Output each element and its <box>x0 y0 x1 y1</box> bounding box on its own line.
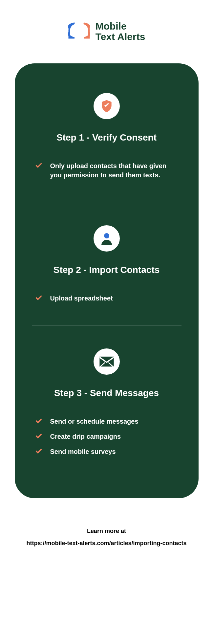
item-text: Send or schedule messages <box>50 417 138 426</box>
list-item: Send or schedule messages <box>32 417 181 426</box>
svg-point-0 <box>104 233 109 238</box>
list-item: Only upload contacts that have given you… <box>32 161 181 180</box>
list-item: Create drip campaigns <box>32 432 181 441</box>
logo-text: Mobile Text Alerts <box>96 21 145 42</box>
footer: Learn more at https://mobile-text-alerts… <box>26 528 186 547</box>
item-text: Upload spreadsheet <box>50 294 113 303</box>
step-title: Step 3 - Send Messages <box>54 388 159 398</box>
divider <box>32 325 181 325</box>
steps-card: Step 1 - Verify Consent Only upload cont… <box>15 63 199 498</box>
check-icon <box>34 417 43 426</box>
list-item: Send mobile surveys <box>32 447 181 456</box>
step-title: Step 2 - Import Contacts <box>53 265 160 275</box>
step-title: Step 1 - Verify Consent <box>56 132 157 143</box>
item-text: Send mobile surveys <box>50 447 116 456</box>
step-1: Step 1 - Verify Consent Only upload cont… <box>32 93 181 186</box>
check-icon <box>34 294 43 303</box>
check-icon <box>34 162 43 170</box>
step-2: Step 2 - Import Contacts Upload spreadsh… <box>32 225 181 309</box>
check-icon <box>34 448 43 456</box>
logo-icon <box>68 22 90 41</box>
item-text: Create drip campaigns <box>50 432 121 441</box>
footer-url: https://mobile-text-alerts.com/articles/… <box>26 540 186 547</box>
shield-icon <box>94 93 120 119</box>
divider <box>32 202 181 202</box>
footer-label: Learn more at <box>26 528 186 535</box>
logo: Mobile Text Alerts <box>68 21 145 42</box>
envelope-icon <box>94 348 120 375</box>
check-icon <box>34 433 43 441</box>
item-text: Only upload contacts that have given you… <box>50 161 179 180</box>
list-item: Upload spreadsheet <box>32 294 181 303</box>
person-icon <box>94 225 120 252</box>
step-3: Step 3 - Send Messages Send or schedule … <box>32 348 181 462</box>
